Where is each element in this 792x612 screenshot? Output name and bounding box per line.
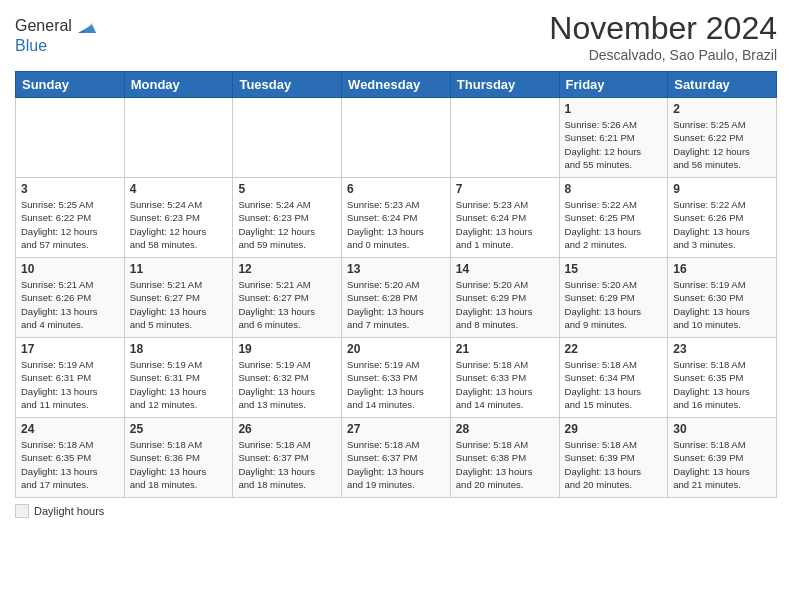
calendar-cell: 1Sunrise: 5:26 AM Sunset: 6:21 PM Daylig…: [559, 98, 668, 178]
day-number: 5: [238, 182, 336, 196]
day-info: Sunrise: 5:23 AM Sunset: 6:24 PM Dayligh…: [456, 198, 554, 251]
logo: General Blue: [15, 15, 96, 55]
day-info: Sunrise: 5:18 AM Sunset: 6:39 PM Dayligh…: [673, 438, 771, 491]
day-info: Sunrise: 5:24 AM Sunset: 6:23 PM Dayligh…: [130, 198, 228, 251]
calendar-week-4: 24Sunrise: 5:18 AM Sunset: 6:35 PM Dayli…: [16, 418, 777, 498]
calendar-cell: [233, 98, 342, 178]
day-number: 22: [565, 342, 663, 356]
day-info: Sunrise: 5:21 AM Sunset: 6:26 PM Dayligh…: [21, 278, 119, 331]
calendar-cell: 27Sunrise: 5:18 AM Sunset: 6:37 PM Dayli…: [342, 418, 451, 498]
day-number: 29: [565, 422, 663, 436]
calendar-cell: 15Sunrise: 5:20 AM Sunset: 6:29 PM Dayli…: [559, 258, 668, 338]
legend-label: Daylight hours: [34, 505, 104, 517]
title-area: November 2024 Descalvado, Sao Paulo, Bra…: [549, 10, 777, 63]
day-info: Sunrise: 5:20 AM Sunset: 6:29 PM Dayligh…: [565, 278, 663, 331]
day-number: 27: [347, 422, 445, 436]
calendar-cell: 20Sunrise: 5:19 AM Sunset: 6:33 PM Dayli…: [342, 338, 451, 418]
day-number: 10: [21, 262, 119, 276]
day-info: Sunrise: 5:25 AM Sunset: 6:22 PM Dayligh…: [21, 198, 119, 251]
day-number: 30: [673, 422, 771, 436]
day-number: 8: [565, 182, 663, 196]
calendar-week-2: 10Sunrise: 5:21 AM Sunset: 6:26 PM Dayli…: [16, 258, 777, 338]
day-number: 16: [673, 262, 771, 276]
day-info: Sunrise: 5:24 AM Sunset: 6:23 PM Dayligh…: [238, 198, 336, 251]
day-info: Sunrise: 5:19 AM Sunset: 6:30 PM Dayligh…: [673, 278, 771, 331]
header-cell-tuesday: Tuesday: [233, 72, 342, 98]
calendar-cell: 22Sunrise: 5:18 AM Sunset: 6:34 PM Dayli…: [559, 338, 668, 418]
calendar-cell: 23Sunrise: 5:18 AM Sunset: 6:35 PM Dayli…: [668, 338, 777, 418]
day-info: Sunrise: 5:18 AM Sunset: 6:35 PM Dayligh…: [673, 358, 771, 411]
calendar-cell: 7Sunrise: 5:23 AM Sunset: 6:24 PM Daylig…: [450, 178, 559, 258]
logo-icon: [74, 15, 96, 37]
day-number: 6: [347, 182, 445, 196]
header-cell-sunday: Sunday: [16, 72, 125, 98]
day-info: Sunrise: 5:19 AM Sunset: 6:33 PM Dayligh…: [347, 358, 445, 411]
calendar-cell: 21Sunrise: 5:18 AM Sunset: 6:33 PM Dayli…: [450, 338, 559, 418]
calendar-cell: 28Sunrise: 5:18 AM Sunset: 6:38 PM Dayli…: [450, 418, 559, 498]
header-cell-wednesday: Wednesday: [342, 72, 451, 98]
location: Descalvado, Sao Paulo, Brazil: [549, 47, 777, 63]
day-number: 15: [565, 262, 663, 276]
calendar-cell: 16Sunrise: 5:19 AM Sunset: 6:30 PM Dayli…: [668, 258, 777, 338]
calendar-cell: 11Sunrise: 5:21 AM Sunset: 6:27 PM Dayli…: [124, 258, 233, 338]
day-info: Sunrise: 5:18 AM Sunset: 6:35 PM Dayligh…: [21, 438, 119, 491]
day-number: 13: [347, 262, 445, 276]
logo-blue-text: Blue: [15, 37, 96, 55]
day-number: 26: [238, 422, 336, 436]
page-container: General Blue November 2024 Descalvado, S…: [0, 0, 792, 528]
day-number: 18: [130, 342, 228, 356]
calendar-cell: 18Sunrise: 5:19 AM Sunset: 6:31 PM Dayli…: [124, 338, 233, 418]
calendar-cell: 19Sunrise: 5:19 AM Sunset: 6:32 PM Dayli…: [233, 338, 342, 418]
day-number: 4: [130, 182, 228, 196]
header-cell-friday: Friday: [559, 72, 668, 98]
calendar-cell: 26Sunrise: 5:18 AM Sunset: 6:37 PM Dayli…: [233, 418, 342, 498]
calendar-table: SundayMondayTuesdayWednesdayThursdayFrid…: [15, 71, 777, 498]
calendar-week-3: 17Sunrise: 5:19 AM Sunset: 6:31 PM Dayli…: [16, 338, 777, 418]
calendar-cell: [450, 98, 559, 178]
day-number: 9: [673, 182, 771, 196]
calendar-cell: 13Sunrise: 5:20 AM Sunset: 6:28 PM Dayli…: [342, 258, 451, 338]
day-number: 1: [565, 102, 663, 116]
calendar-week-1: 3Sunrise: 5:25 AM Sunset: 6:22 PM Daylig…: [16, 178, 777, 258]
day-number: 3: [21, 182, 119, 196]
day-info: Sunrise: 5:21 AM Sunset: 6:27 PM Dayligh…: [130, 278, 228, 331]
day-info: Sunrise: 5:18 AM Sunset: 6:36 PM Dayligh…: [130, 438, 228, 491]
calendar-cell: 29Sunrise: 5:18 AM Sunset: 6:39 PM Dayli…: [559, 418, 668, 498]
day-info: Sunrise: 5:26 AM Sunset: 6:21 PM Dayligh…: [565, 118, 663, 171]
footer-legend: Daylight hours: [15, 504, 104, 518]
calendar-cell: 30Sunrise: 5:18 AM Sunset: 6:39 PM Dayli…: [668, 418, 777, 498]
day-number: 20: [347, 342, 445, 356]
calendar-cell: 24Sunrise: 5:18 AM Sunset: 6:35 PM Dayli…: [16, 418, 125, 498]
day-number: 2: [673, 102, 771, 116]
day-info: Sunrise: 5:22 AM Sunset: 6:26 PM Dayligh…: [673, 198, 771, 251]
day-number: 17: [21, 342, 119, 356]
calendar-cell: 2Sunrise: 5:25 AM Sunset: 6:22 PM Daylig…: [668, 98, 777, 178]
calendar-cell: 3Sunrise: 5:25 AM Sunset: 6:22 PM Daylig…: [16, 178, 125, 258]
day-info: Sunrise: 5:20 AM Sunset: 6:29 PM Dayligh…: [456, 278, 554, 331]
calendar-week-0: 1Sunrise: 5:26 AM Sunset: 6:21 PM Daylig…: [16, 98, 777, 178]
calendar-cell: 5Sunrise: 5:24 AM Sunset: 6:23 PM Daylig…: [233, 178, 342, 258]
day-number: 21: [456, 342, 554, 356]
day-info: Sunrise: 5:18 AM Sunset: 6:38 PM Dayligh…: [456, 438, 554, 491]
day-info: Sunrise: 5:18 AM Sunset: 6:37 PM Dayligh…: [238, 438, 336, 491]
calendar-cell: 8Sunrise: 5:22 AM Sunset: 6:25 PM Daylig…: [559, 178, 668, 258]
month-title: November 2024: [549, 10, 777, 47]
calendar-cell: 9Sunrise: 5:22 AM Sunset: 6:26 PM Daylig…: [668, 178, 777, 258]
header-cell-saturday: Saturday: [668, 72, 777, 98]
calendar-cell: 12Sunrise: 5:21 AM Sunset: 6:27 PM Dayli…: [233, 258, 342, 338]
day-number: 11: [130, 262, 228, 276]
day-number: 25: [130, 422, 228, 436]
legend-box: [15, 504, 29, 518]
day-info: Sunrise: 5:18 AM Sunset: 6:37 PM Dayligh…: [347, 438, 445, 491]
day-info: Sunrise: 5:23 AM Sunset: 6:24 PM Dayligh…: [347, 198, 445, 251]
calendar-cell: 10Sunrise: 5:21 AM Sunset: 6:26 PM Dayli…: [16, 258, 125, 338]
header-cell-monday: Monday: [124, 72, 233, 98]
calendar-cell: [16, 98, 125, 178]
day-info: Sunrise: 5:19 AM Sunset: 6:31 PM Dayligh…: [21, 358, 119, 411]
calendar-cell: 25Sunrise: 5:18 AM Sunset: 6:36 PM Dayli…: [124, 418, 233, 498]
calendar-cell: 6Sunrise: 5:23 AM Sunset: 6:24 PM Daylig…: [342, 178, 451, 258]
day-number: 7: [456, 182, 554, 196]
svg-marker-1: [82, 23, 96, 33]
day-info: Sunrise: 5:21 AM Sunset: 6:27 PM Dayligh…: [238, 278, 336, 331]
calendar-cell: 14Sunrise: 5:20 AM Sunset: 6:29 PM Dayli…: [450, 258, 559, 338]
